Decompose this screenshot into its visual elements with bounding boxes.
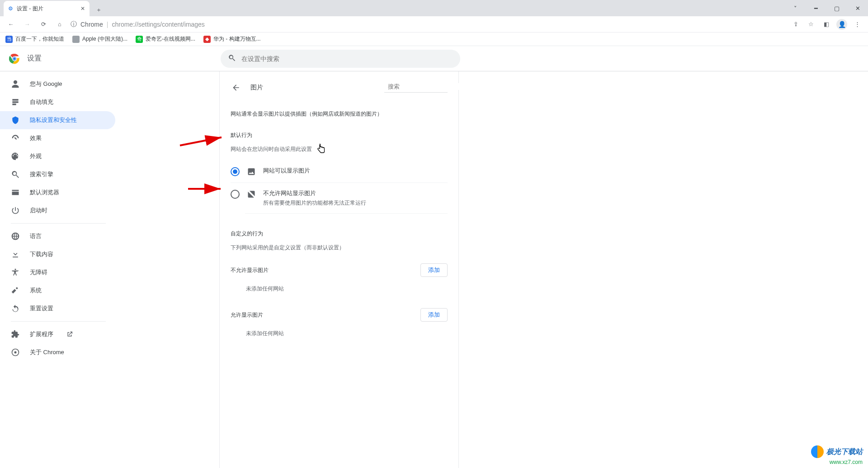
external-link-icon xyxy=(66,331,73,338)
panel-search-input[interactable] xyxy=(388,83,464,90)
app-title: 设置 xyxy=(27,54,42,63)
sidebar-item-performance[interactable]: 效果 xyxy=(0,129,115,147)
nav-reload-icon[interactable]: ⟳ xyxy=(36,17,51,32)
favicon-icon xyxy=(72,36,80,43)
image-off-icon xyxy=(247,190,256,199)
allow-list-title: 允许显示图片 xyxy=(231,311,263,319)
site-info-icon[interactable]: ⓘ xyxy=(71,20,77,28)
window-maximize-icon[interactable]: ▢ xyxy=(826,0,847,16)
custom-behavior-title: 自定义的行为 xyxy=(231,230,448,238)
panel-description: 网站通常会显示图片以提供插图（例如网店或新闻报道的图片） xyxy=(231,110,448,118)
chrome-logo-icon xyxy=(9,53,20,64)
nav-back-icon[interactable]: ← xyxy=(4,17,18,32)
radio-allow-images[interactable]: 网站可以显示图片 xyxy=(231,160,448,183)
sidebar-item-autofill[interactable]: 自动填充 xyxy=(0,93,115,111)
window-controls: ˅ ━ ▢ ✕ xyxy=(785,0,868,16)
sidebar-item-reset[interactable]: 重置设置 xyxy=(0,300,115,318)
window-chevron-icon[interactable]: ˅ xyxy=(785,0,806,16)
block-list-empty: 未添加任何网站 xyxy=(246,285,448,293)
bookmark-item[interactable]: Apple (中国大陆)... xyxy=(72,35,127,43)
add-allow-site-button[interactable]: 添加 xyxy=(420,308,448,322)
settings-search[interactable] xyxy=(221,50,460,68)
bookmark-item[interactable]: 当百度一下，你就知道 xyxy=(5,35,64,43)
nav-forward-icon[interactable]: → xyxy=(20,17,34,32)
svg-line-6 xyxy=(180,137,222,145)
annotation-arrow xyxy=(188,184,224,195)
gear-icon: ⚙ xyxy=(8,5,13,12)
share-icon[interactable]: ⇪ xyxy=(788,17,803,32)
radio-block-label: 不允许网站显示图片 xyxy=(263,189,366,197)
sidebar-item-about-chrome[interactable]: 关于 Chrome xyxy=(0,343,115,361)
annotation-arrow xyxy=(180,135,225,150)
settings-search-input[interactable] xyxy=(241,55,453,62)
sidebar-item-appearance[interactable]: 外观 xyxy=(0,147,115,165)
custom-behavior-sub: 下列网站采用的是自定义设置（而非默认设置） xyxy=(231,244,448,252)
image-icon xyxy=(247,167,256,176)
close-tab-icon[interactable]: ✕ xyxy=(80,5,85,12)
favicon-icon: ◆ xyxy=(203,36,211,43)
default-behavior-sub: 网站会在您访问时自动采用此设置 xyxy=(231,145,448,153)
side-panel-icon[interactable]: ◧ xyxy=(819,17,834,32)
svg-point-3 xyxy=(13,57,15,60)
search-icon xyxy=(228,54,236,63)
kebab-menu-icon[interactable]: ⋮ xyxy=(850,17,864,32)
settings-header: 设置 xyxy=(0,46,868,71)
address-bar[interactable]: ⓘ Chrome | chrome://settings/content/ima… xyxy=(71,20,205,28)
radio-block-sub: 所有需要使用图片的功能都将无法正常运行 xyxy=(263,199,366,207)
default-behavior-title: 默认行为 xyxy=(231,131,448,139)
allow-list-empty: 未添加任何网站 xyxy=(246,330,448,337)
bookmark-star-icon[interactable]: ☆ xyxy=(804,17,818,32)
radio-icon[interactable] xyxy=(231,167,240,176)
block-list-title: 不允许显示图片 xyxy=(231,267,269,274)
window-close-icon[interactable]: ✕ xyxy=(847,0,868,16)
new-tab-button[interactable]: ＋ xyxy=(92,4,105,16)
browser-tab[interactable]: ⚙ 设置 - 图片 ✕ xyxy=(4,1,90,16)
profile-avatar[interactable]: 👤 xyxy=(835,17,849,32)
sidebar-item-default-browser[interactable]: 默认浏览器 xyxy=(0,183,115,201)
content-panel: 图片 网站通常会显示图片以提供插图（例如网店或新闻报道的图片） 默认行为 网站会… xyxy=(219,71,459,468)
sidebar-item-extensions[interactable]: 扩展程序 xyxy=(0,325,115,343)
bookmark-item[interactable]: 奇爱奇艺-在线视频网... xyxy=(136,35,195,43)
radio-allow-label: 网站可以显示图片 xyxy=(263,167,310,175)
svg-point-5 xyxy=(14,351,17,354)
add-block-site-button[interactable]: 添加 xyxy=(420,263,448,277)
bookmark-item[interactable]: ◆华为 - 构建万物互... xyxy=(203,35,261,43)
sidebar-item-you-and-google[interactable]: 您与 Google xyxy=(0,75,115,93)
settings-sidebar: 您与 Google 自动填充 隐私设置和安全性 效果 外观 搜索引擎 默认浏览器 xyxy=(0,71,115,468)
favicon-icon: 奇 xyxy=(136,36,143,43)
sidebar-item-on-startup[interactable]: 启动时 xyxy=(0,201,115,220)
url-origin: Chrome xyxy=(80,21,103,28)
browser-toolbar: ← → ⟳ ⌂ ⓘ Chrome | chrome://settings/con… xyxy=(0,16,868,33)
panel-title: 图片 xyxy=(250,84,263,92)
window-minimize-icon[interactable]: ━ xyxy=(806,0,826,16)
sidebar-item-privacy[interactable]: 隐私设置和安全性 xyxy=(0,111,115,129)
sidebar-item-accessibility[interactable]: 无障碍 xyxy=(0,263,115,281)
window-titlebar: ⚙ 设置 - 图片 ✕ ＋ ˅ ━ ▢ ✕ xyxy=(0,0,868,16)
url-path: chrome://settings/content/images xyxy=(112,21,204,28)
bookmarks-bar: 当百度一下，你就知道 Apple (中国大陆)... 奇爱奇艺-在线视频网...… xyxy=(0,33,868,46)
panel-search[interactable] xyxy=(384,83,448,93)
sidebar-item-system[interactable]: 系统 xyxy=(0,281,115,300)
tab-title: 设置 - 图片 xyxy=(17,5,43,13)
panel-back-button[interactable] xyxy=(231,82,241,93)
nav-home-icon[interactable]: ⌂ xyxy=(52,17,67,32)
sidebar-item-languages[interactable]: 语言 xyxy=(0,227,115,245)
sidebar-item-downloads[interactable]: 下载内容 xyxy=(0,245,115,263)
sidebar-item-search-engine[interactable]: 搜索引擎 xyxy=(0,165,115,183)
radio-icon[interactable] xyxy=(231,190,240,199)
radio-block-images[interactable]: 不允许网站显示图片 所有需要使用图片的功能都将无法正常运行 xyxy=(245,183,448,214)
favicon-icon: 当 xyxy=(5,36,13,43)
